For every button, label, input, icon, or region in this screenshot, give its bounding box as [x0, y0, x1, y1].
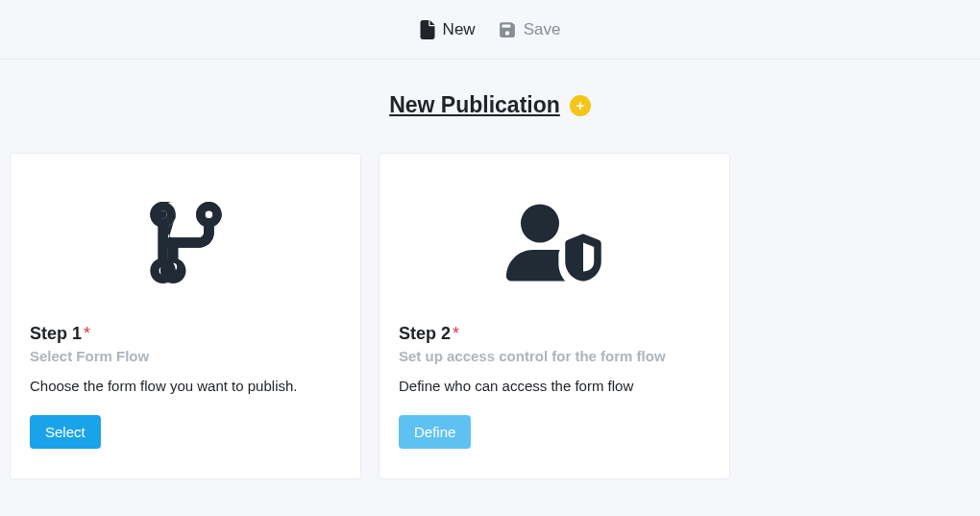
steps-container: Step 1* Select Form Flow Choose the form… [0, 153, 980, 479]
toolbar: New Save [0, 0, 980, 60]
step2-label: Step 2* [399, 324, 710, 344]
user-shield-icon [506, 202, 602, 283]
page-header: New Publication + [0, 92, 980, 118]
step1-label: Step 1* [30, 324, 341, 344]
branch-icon [150, 202, 222, 283]
page-title: New Publication [389, 92, 560, 118]
save-icon [499, 21, 516, 38]
step-card-1: Step 1* Select Form Flow Choose the form… [10, 153, 361, 479]
save-label: Save [524, 20, 561, 39]
new-button[interactable]: New [420, 20, 476, 39]
step1-subtitle: Select Form Flow [30, 348, 341, 364]
select-button[interactable]: Select [30, 415, 101, 449]
file-icon [420, 20, 435, 39]
step-card-2: Step 2* Set up access control for the fo… [379, 153, 730, 479]
required-mark: * [84, 324, 90, 343]
step2-description: Define who can access the form flow [399, 378, 710, 394]
required-mark: * [453, 324, 459, 343]
define-button[interactable]: Define [399, 415, 471, 449]
step2-icon-area [399, 173, 710, 312]
step2-subtitle: Set up access control for the form flow [399, 348, 710, 364]
step1-description: Choose the form flow you want to publish… [30, 378, 341, 394]
step1-icon-area [30, 173, 341, 312]
plus-icon[interactable]: + [570, 95, 591, 116]
new-label: New [443, 20, 476, 39]
save-button[interactable]: Save [499, 20, 561, 39]
